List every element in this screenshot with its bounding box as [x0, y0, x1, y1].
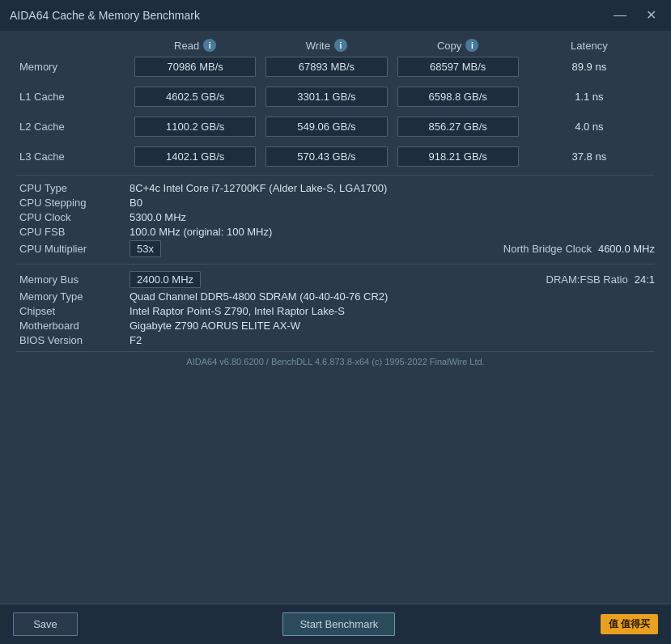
- bench-label-3: L3 Cache: [16, 150, 130, 163]
- dram-fsb-value: 24:1: [635, 273, 655, 286]
- bench-row-l2cache: L2 Cache 1100.2 GB/s 549.06 GB/s 856.27 …: [16, 115, 655, 138]
- bench-read-1: 4602.5 GB/s: [134, 87, 256, 107]
- cpu-fsb-row: CPU FSB 100.0 MHz (original: 100 MHz): [16, 226, 655, 238]
- north-bridge-section: North Bridge Clock 4600.0 MHz: [503, 243, 655, 255]
- footer-text: AIDA64 v6.80.6200 / BenchDLL 4.6.873.8-x…: [16, 351, 655, 370]
- cpu-multiplier-label: CPU Multiplier: [16, 243, 130, 255]
- cpu-stepping-row: CPU Stepping B0: [16, 197, 655, 209]
- cpu-type-value: 8C+4c Intel Core i7-12700KF (Alder Lake-…: [130, 182, 387, 194]
- cpu-fsb-label: CPU FSB: [16, 226, 130, 238]
- bench-latency-0: 89.9 ns: [524, 57, 655, 76]
- benchmark-rows: Memory 70986 MB/s 67893 MB/s 68597 MB/s …: [16, 55, 655, 168]
- write-info-icon[interactable]: i: [334, 39, 347, 52]
- motherboard-value: Gigabyte Z790 AORUS ELITE AX-W: [130, 320, 300, 332]
- membus-dram-row: Memory Bus 2400.0 MHz DRAM:FSB Ratio 24:…: [16, 271, 655, 288]
- bench-label-2: L2 Cache: [16, 121, 130, 133]
- col-copy-header: Copy i: [393, 39, 524, 52]
- chipset-row: Chipset Intel Raptor Point-S Z790, Intel…: [16, 305, 655, 317]
- col-read-header: Read i: [130, 39, 261, 52]
- bios-value: F2: [130, 334, 142, 346]
- bench-write-0: 67893 MB/s: [265, 57, 387, 77]
- column-headers: Read i Write i Copy i Latency: [16, 39, 655, 52]
- read-info-icon[interactable]: i: [203, 39, 216, 52]
- start-benchmark-button[interactable]: Start Benchmark: [282, 612, 395, 636]
- save-button[interactable]: Save: [13, 612, 78, 636]
- main-window: AIDA64 Cache & Memory Benchmark — ✕ Read…: [0, 0, 671, 644]
- cpu-clock-label: CPU Clock: [16, 211, 130, 223]
- bottom-bar: Save Start Benchmark 值 值得买: [0, 604, 671, 644]
- bench-row-l1cache: L1 Cache 4602.5 GB/s 3301.1 GB/s 6598.8 …: [16, 85, 655, 108]
- motherboard-row: Motherboard Gigabyte Z790 AORUS ELITE AX…: [16, 320, 655, 332]
- bench-latency-2: 4.0 ns: [524, 117, 655, 136]
- system-info: CPU Type 8C+4c Intel Core i7-12700KF (Al…: [16, 182, 655, 346]
- bench-label-1: L1 Cache: [16, 91, 130, 103]
- cpu-clock-value: 5300.0 MHz: [130, 211, 186, 223]
- cpu-multiplier-value: 53x: [130, 240, 161, 257]
- membus-section: Memory Bus 2400.0 MHz: [16, 271, 546, 288]
- bench-row-memory: Memory 70986 MB/s 67893 MB/s 68597 MB/s …: [16, 55, 655, 78]
- watermark-icon: 值: [609, 618, 618, 629]
- chipset-value: Intel Raptor Point-S Z790, Intel Raptor …: [130, 305, 345, 317]
- north-bridge-value: 4600.0 MHz: [598, 243, 655, 255]
- cpu-stepping-label: CPU Stepping: [16, 197, 130, 209]
- north-bridge-label: North Bridge Clock: [503, 243, 592, 255]
- copy-info-icon[interactable]: i: [465, 39, 478, 52]
- divider-2: [16, 264, 655, 265]
- bench-read-0: 70986 MB/s: [134, 57, 256, 77]
- col-write-header: Write i: [261, 39, 392, 52]
- bench-copy-2: 856.27 GB/s: [397, 117, 519, 137]
- memory-type-label: Memory Type: [16, 290, 130, 303]
- watermark-badge[interactable]: 值 值得买: [601, 614, 658, 634]
- bench-label-0: Memory: [16, 61, 130, 73]
- bios-row: BIOS Version F2: [16, 334, 655, 346]
- memory-type-row: Memory Type Quad Channel DDR5-4800 SDRAM…: [16, 290, 655, 303]
- motherboard-label: Motherboard: [16, 320, 130, 332]
- cpu-stepping-value: B0: [130, 197, 142, 209]
- dram-fsb-label: DRAM:FSB Ratio: [546, 273, 628, 286]
- bottom-bar-inner: Save Start Benchmark 值 值得买: [13, 612, 658, 636]
- bench-write-3: 570.43 GB/s: [265, 146, 387, 167]
- multiplier-section: CPU Multiplier 53x: [16, 240, 503, 257]
- memory-bus-label: Memory Bus: [16, 273, 130, 286]
- minimize-button[interactable]: —: [609, 7, 631, 23]
- dram-fsb-section: DRAM:FSB Ratio 24:1: [546, 273, 655, 286]
- window-controls: — ✕: [609, 7, 661, 23]
- memory-type-value: Quad Channel DDR5-4800 SDRAM (40-40-40-7…: [130, 290, 388, 303]
- cpu-fsb-value: 100.0 MHz (original: 100 MHz): [130, 226, 272, 238]
- bench-read-3: 1402.1 GB/s: [134, 146, 256, 167]
- chipset-label: Chipset: [16, 305, 130, 317]
- cpu-clock-row: CPU Clock 5300.0 MHz: [16, 211, 655, 223]
- bench-read-2: 1100.2 GB/s: [134, 117, 256, 137]
- watermark-text: 值得买: [621, 618, 650, 629]
- bench-row-l3cache: L3 Cache 1402.1 GB/s 570.43 GB/s 918.21 …: [16, 145, 655, 168]
- bench-copy-0: 68597 MB/s: [397, 57, 519, 77]
- bench-copy-1: 6598.8 GB/s: [397, 87, 519, 107]
- col-latency-header: Latency: [524, 40, 655, 52]
- memory-bus-value: 2400.0 MHz: [130, 271, 201, 288]
- bench-copy-3: 918.21 GB/s: [397, 146, 519, 167]
- divider-1: [16, 175, 655, 176]
- cpu-type-label: CPU Type: [16, 182, 130, 194]
- bench-write-2: 549.06 GB/s: [265, 117, 387, 137]
- close-button[interactable]: ✕: [641, 7, 661, 23]
- title-bar: AIDA64 Cache & Memory Benchmark — ✕: [0, 0, 671, 31]
- cpu-type-row: CPU Type 8C+4c Intel Core i7-12700KF (Al…: [16, 182, 655, 194]
- main-content: Read i Write i Copy i Latency Memory 709…: [0, 31, 671, 604]
- bios-label: BIOS Version: [16, 334, 130, 346]
- bench-latency-1: 1.1 ns: [524, 87, 655, 106]
- multiplier-nbclock-row: CPU Multiplier 53x North Bridge Clock 46…: [16, 240, 655, 257]
- bench-latency-3: 37.8 ns: [524, 147, 655, 166]
- bench-write-1: 3301.1 GB/s: [265, 87, 387, 107]
- window-title: AIDA64 Cache & Memory Benchmark: [10, 9, 200, 22]
